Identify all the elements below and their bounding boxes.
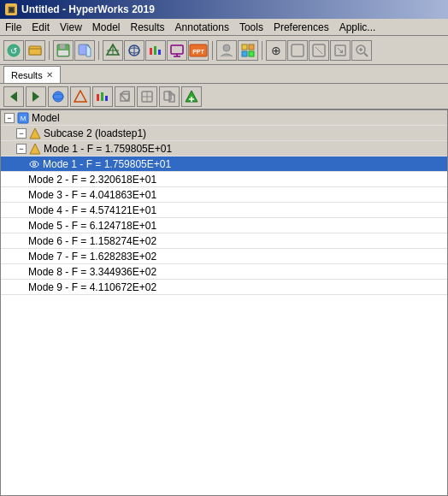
toolbar-btn-zoom[interactable] bbox=[351, 40, 372, 61]
toolbar2-btn-box[interactable] bbox=[115, 86, 135, 107]
tree-mode2[interactable]: Mode 2 - F = 2.320618E+01 bbox=[1, 172, 447, 187]
svg-rect-28 bbox=[249, 51, 254, 56]
mode7-label: Mode 7 - F = 1.628283E+02 bbox=[28, 251, 156, 263]
toolbar-btn-mesh[interactable] bbox=[103, 40, 123, 61]
toolbar-btn-save[interactable] bbox=[53, 40, 74, 61]
svg-marker-41 bbox=[32, 92, 39, 102]
toolbar-group-3: PPT bbox=[103, 40, 209, 61]
toolbar2-btn-next[interactable] bbox=[26, 86, 46, 107]
main-toolbar: ↺ PPT bbox=[0, 36, 448, 65]
svg-marker-40 bbox=[10, 92, 17, 102]
menu-file[interactable]: File bbox=[0, 20, 27, 35]
svg-marker-8 bbox=[86, 44, 91, 56]
svg-rect-27 bbox=[242, 51, 247, 56]
toolbar-btn-person[interactable] bbox=[216, 40, 237, 61]
toolbar-btn-ppt[interactable]: PPT bbox=[188, 40, 209, 61]
toolbar-sep-4 bbox=[262, 41, 262, 60]
svg-point-24 bbox=[223, 44, 230, 51]
tree-mode8[interactable]: Mode 8 - F = 3.344936E+02 bbox=[1, 264, 447, 280]
svg-rect-6 bbox=[58, 50, 68, 56]
toolbar-btn-move[interactable]: ⊕ bbox=[266, 40, 286, 61]
subcase-icon bbox=[29, 127, 41, 139]
svg-text:⊕: ⊕ bbox=[271, 44, 281, 57]
expand-mode1[interactable]: − bbox=[16, 144, 27, 154]
svg-text:↺: ↺ bbox=[10, 46, 17, 56]
expand-model[interactable]: − bbox=[4, 113, 15, 123]
toolbar-btn-chart[interactable] bbox=[145, 40, 166, 61]
menu-model[interactable]: Model bbox=[87, 20, 126, 35]
menu-annotations[interactable]: Annotations bbox=[170, 20, 234, 35]
toolbar-group-5: ⊕ bbox=[266, 40, 372, 61]
menu-view[interactable]: View bbox=[55, 20, 87, 35]
mode3-label: Mode 3 - F = 4.041863E+01 bbox=[28, 189, 156, 201]
toolbar2-btn-chart[interactable] bbox=[92, 86, 113, 107]
expand-subcase[interactable]: − bbox=[16, 128, 27, 139]
title-bar: ▣ Untitled - HyperWorks 2019 bbox=[0, 0, 448, 19]
toolbar-btn-display[interactable] bbox=[167, 40, 187, 61]
svg-marker-63 bbox=[30, 128, 40, 139]
toolbar2-btn-export[interactable] bbox=[159, 86, 180, 107]
menu-applic[interactable]: Applic... bbox=[334, 20, 381, 35]
toolbar-sep-3 bbox=[212, 41, 213, 60]
main-content: − M Model − Subcase 2 (loadstep1) − Mode… bbox=[0, 109, 448, 496]
toolbar-sep-2 bbox=[98, 41, 99, 60]
menu-bar: File Edit View Model Results Annotations… bbox=[0, 19, 448, 36]
svg-rect-5 bbox=[60, 44, 65, 49]
tree-area: − M Model − Subcase 2 (loadstep1) − Mode… bbox=[0, 109, 448, 496]
toolbar2-btn-sphere[interactable] bbox=[48, 86, 68, 107]
svg-point-42 bbox=[53, 92, 63, 102]
svg-rect-30 bbox=[292, 44, 304, 56]
toolbar-btn-open[interactable] bbox=[25, 40, 45, 61]
svg-rect-46 bbox=[101, 92, 103, 101]
mode1-selected-label: Mode 1 - F = 1.759805E+01 bbox=[43, 158, 171, 170]
model-label: Model bbox=[32, 112, 60, 124]
mode2-label: Mode 2 - F = 2.320618E+01 bbox=[28, 174, 156, 186]
toolbar-btn-model[interactable] bbox=[124, 40, 144, 61]
svg-rect-19 bbox=[171, 45, 183, 54]
model-icon: M bbox=[17, 112, 29, 124]
svg-rect-54 bbox=[164, 92, 171, 100]
mode8-label: Mode 8 - F = 3.344936E+02 bbox=[28, 266, 156, 278]
toolbar2-btn-prev[interactable] bbox=[3, 86, 24, 107]
menu-results[interactable]: Results bbox=[126, 20, 170, 35]
svg-line-32 bbox=[315, 47, 322, 54]
svg-text:M: M bbox=[21, 115, 27, 122]
menu-edit[interactable]: Edit bbox=[27, 20, 55, 35]
toolbar-btn-frames[interactable] bbox=[238, 40, 258, 61]
svg-rect-18 bbox=[158, 50, 161, 55]
tree-mode9[interactable]: Mode 9 - F = 4.110672E+02 bbox=[1, 280, 447, 295]
svg-line-37 bbox=[364, 53, 368, 56]
toolbar-btn-scale[interactable] bbox=[309, 40, 329, 61]
tree-mode1-parent[interactable]: − Mode 1 - F = 1.759805E+01 bbox=[1, 141, 447, 156]
toolbar-btn-fit[interactable] bbox=[330, 40, 351, 61]
tree-model-header: − M Model bbox=[1, 110, 447, 126]
tree-mode1-selected[interactable]: Mode 1 - F = 1.759805E+01 bbox=[1, 156, 447, 172]
tree-mode5[interactable]: Mode 5 - F = 6.124718E+01 bbox=[1, 218, 447, 233]
tree-mode7[interactable]: Mode 7 - F = 1.628283E+02 bbox=[1, 249, 447, 264]
toolbar-btn-new[interactable]: ↺ bbox=[3, 40, 24, 61]
toolbar-group-4 bbox=[216, 40, 258, 61]
tree-mode3[interactable]: Mode 3 - F = 4.041863E+01 bbox=[1, 187, 447, 203]
toolbar-btn-rotate[interactable] bbox=[287, 40, 308, 61]
toolbar2-btn-dotgrid[interactable] bbox=[137, 86, 157, 107]
svg-rect-17 bbox=[154, 46, 156, 55]
mode9-label: Mode 9 - F = 4.110672E+02 bbox=[28, 281, 156, 293]
tab-close-icon[interactable]: ✕ bbox=[46, 70, 53, 80]
app-icon: ▣ bbox=[5, 3, 17, 15]
tree-mode6[interactable]: Mode 6 - F = 1.158274E+02 bbox=[1, 233, 447, 249]
toolbar2-btn-mesh[interactable] bbox=[70, 86, 91, 107]
mode4-label: Mode 4 - F = 4.574121E+01 bbox=[28, 204, 156, 216]
svg-rect-3 bbox=[29, 49, 41, 55]
menu-tools[interactable]: Tools bbox=[234, 20, 268, 35]
subcase-label: Subcase 2 (loadstep1) bbox=[44, 127, 146, 139]
toolbar2-btn-plus[interactable] bbox=[181, 86, 202, 107]
toolbar-btn-save-as[interactable] bbox=[74, 40, 95, 61]
svg-marker-64 bbox=[30, 144, 40, 154]
svg-rect-47 bbox=[105, 96, 108, 101]
svg-marker-44 bbox=[74, 91, 86, 102]
tab-results[interactable]: Results ✕ bbox=[3, 66, 61, 83]
menu-preferences[interactable]: Preferences bbox=[268, 20, 334, 35]
svg-rect-45 bbox=[97, 94, 99, 101]
tree-mode4[interactable]: Mode 4 - F = 4.574121E+01 bbox=[1, 203, 447, 218]
mode5-label: Mode 5 - F = 6.124718E+01 bbox=[28, 220, 156, 232]
